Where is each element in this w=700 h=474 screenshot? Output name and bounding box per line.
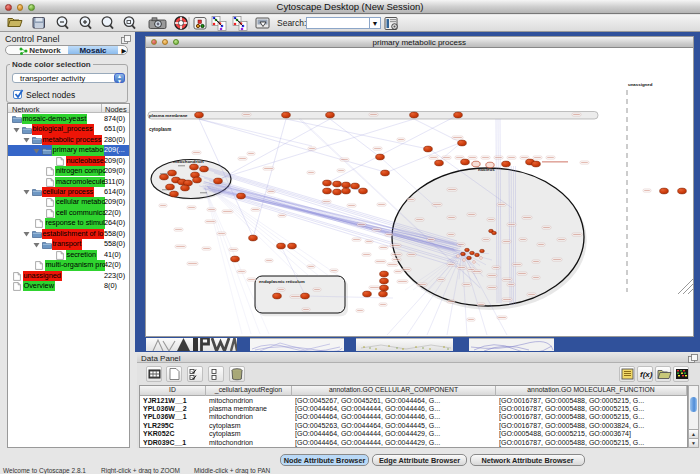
svg-text:endoplasmic reticulum: endoplasmic reticulum	[259, 279, 305, 284]
svg-text:cytoplasm: cytoplasm	[149, 127, 171, 132]
svg-text:unassigned: unassigned	[628, 82, 653, 87]
svg-text:f(x): f(x)	[640, 370, 653, 379]
svg-text:plasma membrane: plasma membrane	[149, 113, 188, 118]
svg-text:nucleus: nucleus	[478, 167, 495, 172]
svg-text:mitochondrion: mitochondrion	[173, 159, 204, 164]
